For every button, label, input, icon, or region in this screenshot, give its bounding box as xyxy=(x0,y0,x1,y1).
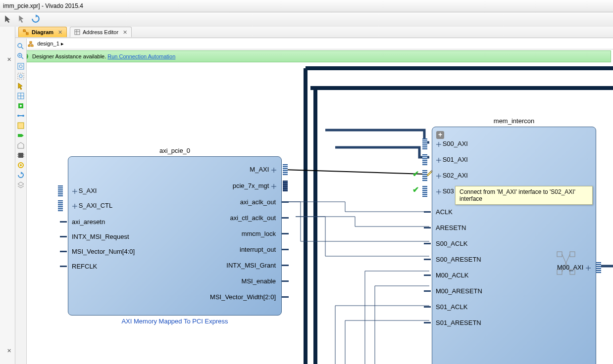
tab-close-icon[interactable]: ✕ xyxy=(58,29,62,31)
tab-close-icon[interactable]: ✕ xyxy=(123,29,127,31)
left-dock: ✕ ✕ xyxy=(0,27,15,31)
tab-address-editor[interactable]: Address Editor ✕ xyxy=(70,27,132,31)
svg-rect-0 xyxy=(23,30,25,31)
refresh-icon[interactable] xyxy=(31,14,40,23)
cursor-icon[interactable] xyxy=(4,14,13,23)
workarea: ✕ ✕ Diagram ✕ Address Editor ✕ design_1 … xyxy=(0,27,613,31)
tab-label: Address Editor xyxy=(83,29,118,31)
svg-rect-3 xyxy=(75,30,80,31)
window-titlebar: imm_pcie.xpr] - Vivado 2015.4 xyxy=(0,0,613,12)
window-title: imm_pcie.xpr] - Vivado 2015.4 xyxy=(3,2,83,9)
main-panel: Diagram ✕ Address Editor ✕ design_1 ▸ De… xyxy=(15,27,613,31)
pointer-icon[interactable] xyxy=(17,14,26,23)
document-tabbar: Diagram ✕ Address Editor ✕ xyxy=(15,27,613,31)
tab-label: Diagram xyxy=(32,29,53,31)
tab-diagram[interactable]: Diagram ✕ xyxy=(18,27,67,31)
